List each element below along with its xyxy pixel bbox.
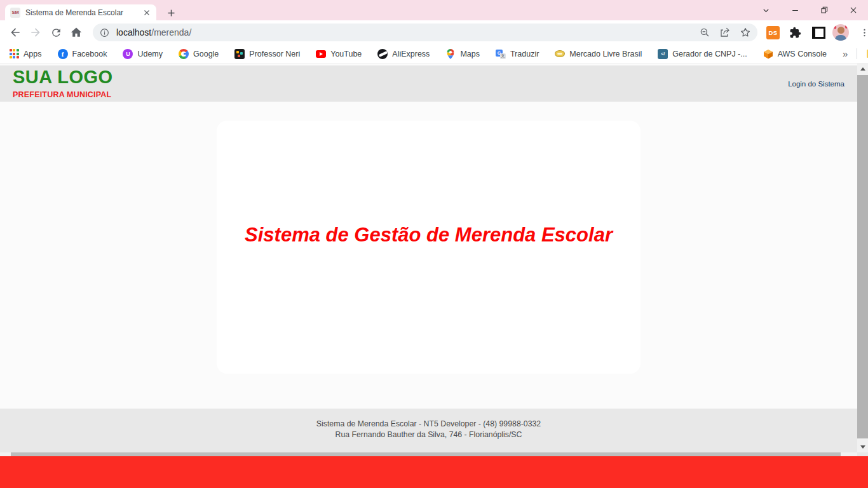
bookmarks-separator: [857, 48, 857, 59]
vertical-scrollbar-thumb[interactable]: [857, 75, 868, 438]
address-bar[interactable]: localhost/merenda/: [93, 24, 757, 41]
vertical-scrollbar[interactable]: [857, 64, 868, 452]
url-text[interactable]: localhost/merenda/: [116, 27, 690, 37]
site-logo-text: SUA LOGO: [13, 67, 113, 88]
footer-line-2: Rua Fernando Bauther da Silva, 746 - Flo…: [0, 430, 857, 440]
bookmark-aliexpress[interactable]: AliExpress: [377, 49, 430, 59]
new-tab-button[interactable]: [163, 4, 179, 21]
tab-close-icon[interactable]: [142, 8, 151, 17]
share-icon[interactable]: [719, 27, 731, 38]
bookmark-google[interactable]: Google: [179, 49, 219, 59]
page-viewport: SUA LOGO PREFEITURA MUNICIPAL Login do S…: [0, 64, 857, 452]
bookmark-maps[interactable]: Maps: [445, 49, 480, 59]
zoom-out-icon[interactable]: [699, 27, 710, 38]
browser-toolbar: localhost/merenda/ DS: [0, 20, 868, 44]
footer-line-1: Sistema de Merenda Escolar - NT5 Develop…: [0, 419, 857, 430]
site-info-icon[interactable]: [99, 27, 110, 38]
sidepanel-square-icon[interactable]: [810, 27, 827, 39]
back-icon[interactable]: [5, 22, 25, 43]
scroll-up-arrow-icon[interactable]: [857, 64, 868, 74]
bookmark-apps[interactable]: Apps: [9, 49, 42, 59]
site-footer: Sistema de Merenda Escolar - NT5 Develop…: [0, 409, 857, 452]
browser-window: SM Sistema de Merenda Escolar: [0, 0, 868, 488]
bookmark-facebook[interactable]: f Facebook: [58, 49, 107, 59]
udemy-icon: U: [123, 49, 133, 59]
bookmark-mercado-livre[interactable]: Mercado Livre Brasil: [555, 49, 642, 59]
bottom-red-bar: [0, 456, 868, 488]
tab-search-chevron-icon[interactable]: [751, 0, 780, 20]
login-link[interactable]: Login do Sistema: [788, 80, 844, 88]
gerador-cnpj-icon: </: [658, 49, 668, 59]
window-controls: [751, 0, 868, 20]
translate-icon: G文: [496, 49, 506, 59]
ds-extension-icon[interactable]: DS: [766, 26, 780, 39]
bookmark-udemy[interactable]: U Udemy: [123, 49, 163, 59]
professor-neri-icon: [234, 49, 245, 59]
apps-grid-icon: [9, 49, 19, 59]
bookmark-aws-console[interactable]: AWS Console: [763, 49, 827, 59]
scroll-down-arrow-icon[interactable]: [857, 442, 868, 452]
mercado-livre-icon: [555, 49, 565, 59]
tab-favicon: SM: [10, 8, 20, 18]
close-window-button[interactable]: [839, 0, 868, 20]
browser-menu-kebab-icon[interactable]: [856, 27, 868, 38]
bookmark-gerador-cnpj[interactable]: </ Gerador de CNPJ -...: [658, 49, 747, 59]
browser-titlebar: SM Sistema de Merenda Escolar: [0, 0, 868, 20]
reload-icon[interactable]: [46, 22, 66, 43]
extensions-puzzle-icon[interactable]: [787, 27, 803, 39]
restore-button[interactable]: [810, 0, 839, 20]
forward-icon[interactable]: [25, 22, 46, 43]
aliexpress-icon: [377, 49, 388, 59]
youtube-icon: [316, 49, 326, 59]
main-content-card: Sistema de Gestão de Merenda Escolar: [217, 121, 641, 374]
browser-tab[interactable]: SM Sistema de Merenda Escolar: [5, 4, 156, 20]
bookmark-professor-neri[interactable]: Professor Neri: [234, 49, 300, 59]
aws-cube-icon: [763, 49, 773, 59]
site-header: SUA LOGO PREFEITURA MUNICIPAL Login do S…: [0, 65, 857, 102]
tab-title: Sistema de Merenda Escolar: [25, 8, 139, 17]
site-subtitle: PREFEITURA MUNICIPAL: [13, 90, 111, 99]
home-icon[interactable]: [66, 22, 86, 43]
profile-avatar[interactable]: [832, 24, 849, 41]
bookmark-traduzir[interactable]: G文 Traduzir: [496, 49, 539, 59]
bookmark-youtube[interactable]: YouTube: [316, 49, 362, 59]
bookmarks-overflow-chevron[interactable]: »: [843, 48, 848, 59]
url-host: localhost: [116, 27, 151, 37]
minimize-button[interactable]: [780, 0, 810, 20]
bookmark-star-icon[interactable]: [740, 27, 751, 38]
facebook-icon: f: [58, 49, 68, 59]
bookmarks-bar: Apps f Facebook U Udemy Google Professor…: [0, 44, 868, 64]
page-title: Sistema de Gestão de Merenda Escolar: [217, 121, 641, 247]
google-icon: [179, 49, 189, 59]
url-path: /merenda/: [151, 27, 191, 37]
maps-pin-icon: [445, 49, 456, 59]
